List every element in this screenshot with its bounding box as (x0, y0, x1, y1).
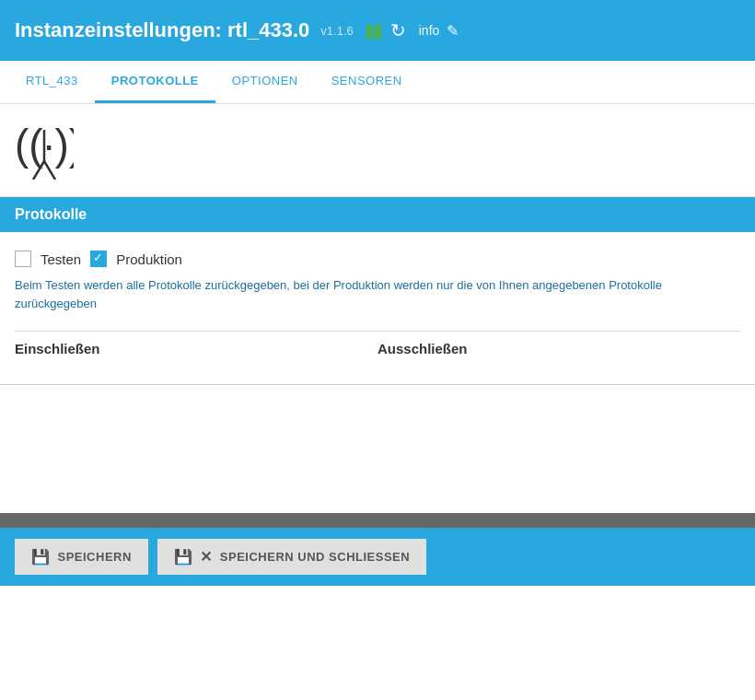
produktion-label: Produktion (116, 251, 182, 267)
version-label: v1.1.6 (320, 24, 353, 38)
footer: 💾 SPEICHERN 💾 ✕ SPEICHERN UND SCHLIESSEN (0, 528, 755, 586)
antenna-icon: ((·)) (15, 121, 74, 180)
tab-rtl433[interactable]: RTL_433 (9, 61, 95, 103)
columns-header: Einschließen Ausschließen (15, 331, 740, 366)
icon-area: ((·)) (0, 104, 755, 197)
scrollbar[interactable] (0, 513, 755, 528)
checkbox-row: Testen Produktion (15, 251, 740, 267)
tab-optionen[interactable]: OPTIONEN (215, 61, 315, 103)
tab-sensoren[interactable]: SENSOREN (315, 61, 419, 103)
section-header: Protokolle (0, 197, 755, 232)
testen-label: Testen (41, 251, 81, 267)
info-label[interactable]: info (419, 23, 440, 38)
list-area (0, 384, 755, 513)
save-icon: 💾 (31, 548, 51, 566)
save-close-label: SPEICHERN UND SCHLIESSEN (220, 550, 410, 564)
include-column-header: Einschließen (15, 341, 378, 356)
close-icon: ✕ (200, 548, 213, 566)
header: Instanzeinstellungen: rtl_433.0 v1.1.6 ▮… (0, 0, 755, 61)
save-close-icon: 💾 (174, 548, 193, 566)
edit-icon[interactable]: ✎ (447, 22, 459, 40)
testen-checkbox[interactable] (15, 251, 31, 267)
reload-icon[interactable]: ↻ (390, 19, 406, 41)
section-title: Protokolle (15, 206, 87, 222)
produktion-checkbox[interactable] (90, 251, 107, 267)
content-area: Testen Produktion Beim Testen werden all… (0, 232, 755, 384)
page-title: Instanzeinstellungen: rtl_433.0 (15, 18, 309, 42)
save-label: SPEICHERN (58, 550, 132, 564)
exclude-column-header: Ausschließen (378, 341, 740, 356)
tab-bar: RTL_433 PROTOKOLLE OPTIONEN SENSOREN (0, 61, 755, 104)
tab-protokolle[interactable]: PROTOKOLLE (95, 61, 215, 103)
save-close-button[interactable]: 💾 ✕ SPEICHERN UND SCHLIESSEN (157, 539, 426, 575)
save-button[interactable]: 💾 SPEICHERN (15, 539, 148, 575)
description-text: Beim Testen werden alle Protokolle zurüc… (15, 276, 740, 312)
pause-icon[interactable]: ▮▮ (365, 19, 381, 41)
